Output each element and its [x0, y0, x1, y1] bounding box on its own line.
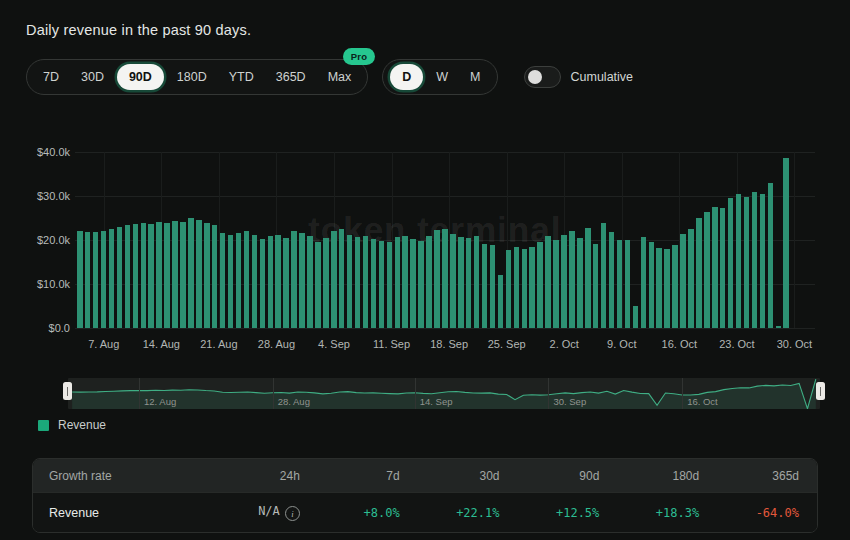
granularity-tab-w[interactable]: W: [425, 60, 459, 94]
cumulative-toggle[interactable]: [524, 66, 561, 88]
revenue-bar[interactable]: [252, 235, 258, 328]
revenue-bar[interactable]: [593, 244, 599, 328]
revenue-bar[interactable]: [212, 225, 218, 328]
revenue-bar[interactable]: [307, 236, 313, 328]
revenue-bar[interactable]: [133, 224, 139, 328]
revenue-bar[interactable]: [109, 229, 115, 328]
revenue-bar[interactable]: [402, 236, 408, 328]
revenue-bar[interactable]: [617, 240, 623, 328]
revenue-bar[interactable]: [522, 249, 528, 328]
revenue-bar[interactable]: [260, 239, 266, 328]
revenue-bar[interactable]: [450, 234, 456, 328]
revenue-bar[interactable]: [609, 232, 615, 328]
revenue-bar[interactable]: [85, 232, 91, 328]
revenue-bar[interactable]: [466, 238, 472, 328]
revenue-bar[interactable]: [585, 228, 591, 328]
revenue-bar[interactable]: [641, 237, 647, 328]
revenue-bar[interactable]: [117, 227, 123, 328]
navigator-left-handle[interactable]: [63, 382, 72, 400]
revenue-bar[interactable]: [688, 229, 694, 328]
revenue-bar[interactable]: [387, 242, 393, 328]
revenue-bar[interactable]: [180, 222, 186, 328]
revenue-bar[interactable]: [768, 183, 774, 328]
revenue-bar[interactable]: [220, 233, 226, 328]
revenue-bar[interactable]: [514, 247, 520, 328]
revenue-bar[interactable]: [172, 221, 178, 328]
revenue-bar[interactable]: [283, 238, 289, 328]
revenue-bar[interactable]: [736, 194, 742, 328]
revenue-bar[interactable]: [355, 237, 361, 328]
revenue-bar[interactable]: [101, 231, 107, 328]
revenue-bar[interactable]: [148, 224, 154, 328]
revenue-bar[interactable]: [275, 235, 281, 328]
revenue-bar[interactable]: [680, 234, 686, 328]
revenue-bar[interactable]: [545, 236, 551, 328]
revenue-bar[interactable]: [434, 230, 440, 328]
revenue-bar[interactable]: [347, 235, 353, 328]
revenue-bar[interactable]: [236, 233, 242, 328]
revenue-bar[interactable]: [268, 236, 274, 328]
range-tab-90d[interactable]: 90D: [117, 64, 164, 90]
revenue-bar[interactable]: [204, 223, 210, 328]
revenue-bar[interactable]: [553, 240, 559, 328]
revenue-bar-chart[interactable]: token terminal_: [75, 152, 815, 328]
revenue-bar[interactable]: [490, 245, 496, 328]
revenue-bar[interactable]: [228, 235, 234, 328]
range-navigator[interactable]: 12. Aug28. Aug14. Sep30. Sep16. Oct: [68, 378, 820, 409]
revenue-bar[interactable]: [656, 248, 662, 328]
revenue-bar[interactable]: [601, 223, 607, 328]
revenue-bar[interactable]: [664, 249, 670, 328]
revenue-bar[interactable]: [482, 244, 488, 328]
revenue-bar[interactable]: [164, 223, 170, 328]
revenue-bar[interactable]: [315, 242, 321, 328]
revenue-bar[interactable]: [339, 229, 345, 328]
revenue-bar[interactable]: [537, 242, 543, 328]
revenue-bar[interactable]: [752, 192, 758, 328]
revenue-bar[interactable]: [93, 232, 99, 328]
revenue-bar[interactable]: [776, 326, 782, 328]
revenue-bar[interactable]: [760, 194, 766, 328]
revenue-bar[interactable]: [506, 250, 512, 328]
revenue-bar[interactable]: [696, 218, 702, 328]
revenue-legend-label[interactable]: Revenue: [58, 418, 106, 432]
revenue-bar[interactable]: [712, 207, 718, 328]
revenue-bar[interactable]: [728, 198, 734, 328]
revenue-bar[interactable]: [458, 237, 464, 328]
revenue-bar[interactable]: [569, 231, 575, 328]
revenue-bar[interactable]: [77, 231, 83, 328]
navigator-right-handle[interactable]: [816, 382, 825, 400]
range-tab-180d[interactable]: 180D: [166, 60, 218, 94]
revenue-bar[interactable]: [371, 239, 377, 328]
revenue-bar[interactable]: [363, 236, 369, 328]
range-tab-365d[interactable]: 365D: [265, 60, 317, 94]
revenue-bar[interactable]: [577, 238, 583, 328]
revenue-bar[interactable]: [291, 231, 297, 328]
granularity-tab-m[interactable]: M: [459, 60, 491, 94]
revenue-bar[interactable]: [474, 236, 480, 328]
granularity-tab-d[interactable]: D: [390, 64, 423, 90]
revenue-bar[interactable]: [672, 245, 678, 328]
range-tab-max[interactable]: Max: [317, 60, 363, 94]
revenue-bar[interactable]: [410, 239, 416, 328]
revenue-bar[interactable]: [744, 197, 750, 328]
info-icon[interactable]: i: [285, 506, 300, 521]
revenue-bar[interactable]: [299, 233, 305, 328]
revenue-bar[interactable]: [498, 275, 504, 328]
revenue-bar[interactable]: [561, 235, 567, 328]
revenue-bar[interactable]: [529, 247, 535, 328]
revenue-bar[interactable]: [156, 222, 162, 328]
revenue-bar[interactable]: [783, 158, 789, 328]
revenue-bar[interactable]: [625, 240, 631, 328]
range-tab-7d[interactable]: 7D: [32, 60, 70, 94]
range-tab-30d[interactable]: 30D: [70, 60, 115, 94]
revenue-bar[interactable]: [704, 212, 710, 328]
revenue-bar[interactable]: [323, 238, 329, 328]
revenue-bar[interactable]: [395, 237, 401, 328]
revenue-bar[interactable]: [442, 229, 448, 328]
revenue-bar[interactable]: [379, 241, 385, 328]
revenue-bar[interactable]: [125, 225, 131, 328]
revenue-bar[interactable]: [141, 223, 147, 328]
revenue-bar[interactable]: [649, 242, 655, 328]
revenue-bar[interactable]: [418, 241, 424, 328]
revenue-bar[interactable]: [244, 231, 250, 328]
